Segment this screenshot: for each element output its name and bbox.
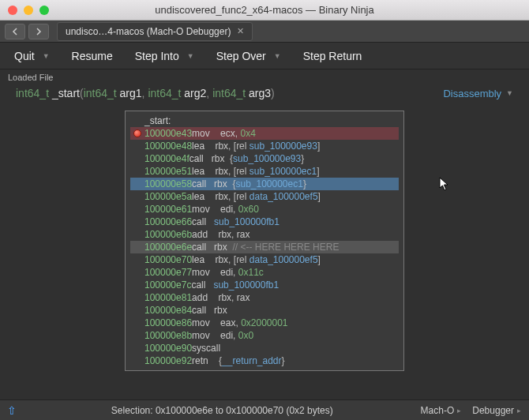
traffic-lights <box>8 6 49 15</box>
disasm-line[interactable]: 100000e70 lea rbx, [rel data_100000ef5] <box>130 253 399 266</box>
resume-button[interactable]: Resume <box>72 50 113 62</box>
disasm-line[interactable]: 100000e61 mov edi, 0x60 <box>130 203 399 216</box>
chevron-down-icon: ▸ <box>517 407 521 414</box>
tab-close-icon[interactable]: ✕ <box>237 26 244 36</box>
debugger-selector[interactable]: Debugger▸ <box>472 405 521 416</box>
titlebar: undiscovered_func2_x64-macos — Binary Ni… <box>0 0 529 21</box>
disasm-line[interactable]: 100000e86 mov eax, 0x2000001 <box>130 317 399 329</box>
subheader: Loaded File <box>0 69 529 84</box>
chevron-right-icon <box>36 28 42 36</box>
nav-back-button[interactable] <box>5 24 25 39</box>
debug-toolbar: Quit▼ Resume Step Into▼ Step Over▼ Step … <box>0 43 529 69</box>
up-arrow-icon[interactable]: ⇧ <box>0 404 24 417</box>
chevron-down-icon: ▸ <box>457 407 461 414</box>
close-icon[interactable] <box>8 6 17 15</box>
disasm-line[interactable]: 100000e6b add rbx, rax <box>130 228 399 241</box>
disasm-line[interactable]: 100000e8b mov edi, 0x0 <box>130 329 399 342</box>
chevron-down-icon: ▼ <box>506 89 513 97</box>
chevron-down-icon: ▼ <box>187 52 194 60</box>
disasm-line[interactable]: 100000e90 syscall <box>130 342 399 354</box>
disasm-line[interactable]: 100000e6e call rbx // <-- HERE HERE HERE <box>130 241 399 253</box>
status-bar: ⇧ Selection: 0x100000e6e to 0x100000e70 … <box>0 399 529 420</box>
disasm-line[interactable]: 100000e84 call rbx <box>130 304 399 317</box>
disasm-line[interactable]: 100000e92 retn {__return_addr} <box>130 354 399 367</box>
chevron-left-icon <box>12 28 18 36</box>
quit-button[interactable]: Quit▼ <box>14 50 50 62</box>
step-return-button[interactable]: Step Return <box>303 50 362 62</box>
disasm-line[interactable]: 100000e58 call rbx {sub_100000ec1} <box>130 178 399 190</box>
zoom-icon[interactable] <box>39 6 49 15</box>
nav-forward-button[interactable] <box>28 24 49 39</box>
view-selector[interactable]: Disassembly ▼ <box>443 88 513 99</box>
chevron-down-icon: ▼ <box>274 52 281 60</box>
disasm-line[interactable]: 100000e51 lea rbx, [rel sub_100000ec1] <box>130 165 399 178</box>
disasm-line[interactable]: 100000e7c call sub_100000fb1 <box>130 279 399 291</box>
minimize-icon[interactable] <box>24 6 33 15</box>
disasm-line[interactable]: 100000e43 mov ecx, 0x4 <box>130 127 399 140</box>
step-over-button[interactable]: Step Over▼ <box>216 50 281 62</box>
disassembly-view[interactable]: _start:100000e43 mov ecx, 0x4100000e48 l… <box>125 111 404 371</box>
filetype-selector[interactable]: Mach-O▸ <box>421 405 462 416</box>
disasm-label: _start: <box>130 114 399 127</box>
disasm-line[interactable]: 100000e77 mov edi, 0x11c <box>130 266 399 279</box>
breakpoint-icon[interactable] <box>133 129 141 137</box>
tab-file[interactable]: undisco…4-macos (Mach-O Debugger) ✕ <box>57 22 253 41</box>
function-signature: int64_t _start(int64_t arg1, int64_t arg… <box>0 84 529 106</box>
disasm-line[interactable]: 100000e4f call rbx {sub_100000e93} <box>130 152 399 165</box>
disasm-line[interactable]: 100000e48 lea rbx, [rel sub_100000e93] <box>130 140 399 152</box>
disasm-line[interactable]: 100000e5a lea rbx, [rel data_100000ef5] <box>130 190 399 203</box>
window-title: undiscovered_func2_x64-macos — Binary Ni… <box>0 4 529 16</box>
disasm-line[interactable]: 100000e81 add rbx, rax <box>130 291 399 304</box>
chevron-down-icon: ▼ <box>43 52 50 60</box>
disasm-line[interactable]: 100000e66 call sub_100000fb1 <box>130 216 399 228</box>
tab-label: undisco…4-macos (Mach-O Debugger) <box>66 26 231 37</box>
step-into-button[interactable]: Step Into▼ <box>135 50 194 62</box>
navbar: undisco…4-macos (Mach-O Debugger) ✕ <box>0 21 529 43</box>
selection-status: Selection: 0x100000e6e to 0x100000e70 (0… <box>24 405 421 416</box>
